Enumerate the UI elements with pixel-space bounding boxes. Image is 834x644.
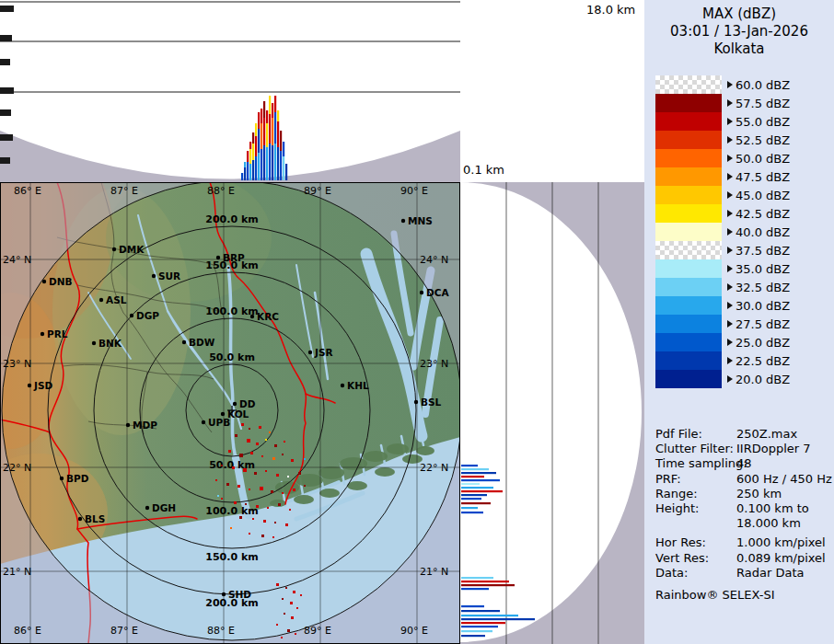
legend-row: 47.5 dBZ: [655, 167, 790, 186]
echo-bar: [461, 581, 509, 582]
echo-bar: [461, 626, 498, 627]
product-datetime: 03:01 / 13-Jan-2026: [644, 23, 834, 40]
legend-swatch: [655, 186, 722, 204]
info-row: Height:0.100 km to: [655, 501, 834, 516]
legend-panel: MAX (dBZ) 03:01 / 13-Jan-2026 Kolkata 60…: [644, 0, 834, 644]
echo-bar-segment: [280, 151, 282, 180]
echo-pixel: [295, 633, 296, 635]
legend-swatch: [655, 223, 722, 241]
echo-bar-segment: [266, 110, 268, 123]
info-label: Hor Res:: [655, 535, 736, 550]
info-value: IIRDoppler 7: [736, 442, 811, 456]
latitude-label: 22° N: [3, 462, 31, 474]
height-axis-tick: [0, 6, 14, 12]
latitude-label: 23° N: [420, 358, 448, 370]
echo-bar-segment: [252, 144, 254, 160]
echo-bar: [461, 605, 484, 607]
city-label: PRL: [47, 328, 68, 339]
city-dot: [216, 256, 220, 259]
info-label: Pdf File:: [655, 427, 736, 442]
echo-pixel: [249, 489, 250, 490]
min-height-axis-label: 0.1 km: [463, 163, 504, 177]
max-height-axis-label: 18.0 km: [586, 3, 635, 17]
echo-pixel: [291, 459, 294, 462]
echo-bar-segment: [269, 114, 271, 144]
info-row: Time sampling:48: [655, 456, 834, 471]
info-value: 600 Hz / 450 Hz: [736, 472, 832, 487]
echo-pixel: [230, 527, 232, 529]
legend-arrow-icon: [727, 339, 733, 346]
city-label: DMK: [119, 244, 145, 255]
legend-row: 30.0 dBZ: [655, 296, 790, 315]
echo-bar: [461, 615, 518, 616]
echo-pixel: [234, 501, 237, 504]
legend-swatch: [655, 315, 722, 333]
city-label: KRC: [257, 311, 279, 322]
city-dot: [41, 332, 44, 336]
legend-row: 45.0 dBZ: [655, 186, 790, 204]
echo-bar-segment: [277, 121, 279, 147]
echo-bar-segment: [261, 123, 262, 149]
info-value: 0.100 km to: [736, 501, 809, 516]
legend-row: 55.0 dBZ: [655, 112, 790, 131]
echo-pixel: [260, 487, 263, 490]
legend-label: 35.0 dBZ: [736, 262, 790, 276]
echo-bar-segment: [255, 136, 257, 156]
city-label: MNS: [408, 215, 433, 226]
echo-pixel: [249, 533, 250, 535]
echo-bar: [461, 635, 485, 637]
echo-pixel: [289, 509, 291, 511]
echo-pixel: [239, 454, 243, 457]
echo-bar-segment: [263, 145, 265, 180]
echo-bar-segment: [280, 131, 282, 151]
echo-pixel: [254, 472, 257, 475]
city-dot: [112, 247, 116, 251]
echo-pixel: [252, 518, 254, 520]
echo-pixel: [284, 441, 285, 443]
info-row: Hor Res:1.000 km/pixel: [655, 535, 834, 550]
echo-pixel: [287, 476, 289, 477]
longitude-label: 90° E: [400, 625, 428, 637]
city-label: UPB: [208, 417, 230, 428]
info-row: Range:250 km: [655, 487, 834, 501]
legend-label: 60.0 dBZ: [736, 78, 790, 92]
city-dot: [60, 477, 64, 480]
echo-bar-segment: [266, 147, 268, 180]
echo-pixel: [269, 431, 271, 433]
info-row: Data:Radar Data: [655, 566, 834, 581]
legend-label: 55.0 dBZ: [736, 115, 790, 129]
echo-bar: [461, 479, 500, 481]
height-axis-tick: [0, 87, 14, 94]
range-ring-label: 100.0 km: [205, 505, 258, 517]
longitude-label: 89° E: [304, 625, 331, 637]
legend-arrow-icon: [727, 136, 733, 144]
info-row: 18.000 km: [655, 516, 834, 531]
longitude-label: 87° E: [110, 625, 138, 637]
echo-pixel: [265, 470, 267, 472]
height-axis-tick: [0, 109, 11, 116]
echo-pixel: [272, 457, 275, 460]
echo-pixel: [239, 516, 242, 519]
echo-bar-segment: [274, 112, 276, 144]
echo-pixel: [250, 452, 253, 454]
echo-pixel: [232, 466, 235, 469]
echo-pixel: [259, 426, 261, 429]
echo-bar-segment: [277, 147, 279, 180]
legend-swatch: [655, 296, 722, 315]
legend-arrow-icon: [727, 99, 733, 107]
longitude-label: 90° E: [400, 185, 428, 197]
legend-label: 50.0 dBZ: [736, 152, 790, 166]
legend-swatch: [655, 370, 722, 388]
legend-label: 20.0 dBZ: [736, 373, 790, 386]
echo-pixel: [256, 505, 259, 508]
legend-arrow-icon: [727, 265, 733, 272]
echo-pixel: [263, 520, 266, 523]
echo-pixel: [304, 485, 306, 487]
legend-arrow-icon: [727, 357, 733, 364]
height-axis-tick: [0, 35, 12, 41]
echo-bar-segment: [252, 132, 254, 144]
info-label: Data:: [655, 566, 736, 581]
echo-pixel: [221, 498, 223, 500]
echo-pixel: [291, 616, 294, 619]
echo-pixel: [226, 483, 229, 486]
